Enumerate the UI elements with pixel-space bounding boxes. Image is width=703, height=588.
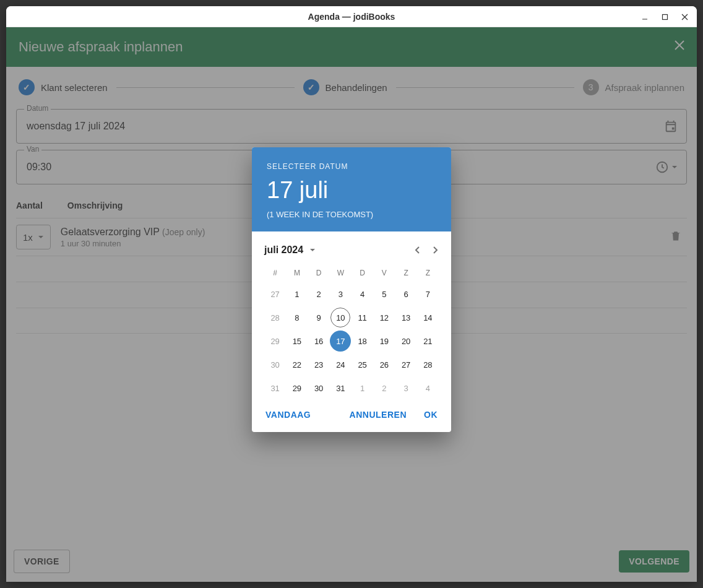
calendar-day[interactable]: 10 <box>330 306 352 329</box>
cancel-button[interactable]: ANNULEREN <box>350 410 407 420</box>
calendar-day[interactable]: 28 <box>417 353 439 376</box>
calendar-day[interactable]: 17 <box>330 329 352 353</box>
calendar-day[interactable]: 27 <box>395 353 417 376</box>
calendar-day[interactable]: 14 <box>417 306 439 329</box>
calendar-day[interactable]: 16 <box>308 329 330 353</box>
month-select[interactable]: juli 2024 <box>264 244 316 256</box>
day-of-week: # <box>264 264 286 282</box>
day-of-week: D <box>352 264 373 282</box>
maximize-button[interactable] <box>656 9 673 24</box>
prev-month-button[interactable] <box>414 244 421 257</box>
chevron-down-icon <box>309 247 316 253</box>
calendar-day[interactable]: 19 <box>373 329 395 353</box>
calendar-day[interactable]: 21 <box>417 329 439 353</box>
calendar-day[interactable]: 23 <box>308 353 330 376</box>
dp-selected-date: 17 juli <box>267 177 436 204</box>
date-picker-actions: VANDAAG ANNULEREN OK <box>252 402 451 432</box>
window-controls <box>636 6 693 27</box>
svg-rect-1 <box>662 14 667 19</box>
calendar-day[interactable]: 12 <box>373 306 395 329</box>
maximize-icon <box>662 14 668 20</box>
day-of-week: Z <box>395 264 417 282</box>
calendar-day[interactable]: 15 <box>286 329 308 353</box>
calendar-day[interactable]: 26 <box>373 353 395 376</box>
calendar-day[interactable]: 7 <box>417 282 439 306</box>
dp-label: SELECTEER DATUM <box>267 162 436 171</box>
week-number: 30 <box>264 353 286 376</box>
calendar-day[interactable]: 24 <box>330 353 352 376</box>
app-window: Agenda — jodiBooks Nieuwe afspraak inpla… <box>6 6 697 582</box>
date-picker-header: SELECTEER DATUM 17 juli (1 WEEK IN DE TO… <box>252 147 451 231</box>
minimize-icon <box>641 13 649 20</box>
calendar-day[interactable]: 8 <box>286 306 308 329</box>
month-label: juli 2024 <box>264 244 303 256</box>
titlebar: Agenda — jodiBooks <box>6 6 697 27</box>
calendar-day[interactable]: 3 <box>330 282 352 306</box>
window-title: Agenda — jodiBooks <box>308 12 395 22</box>
close-icon <box>681 14 688 20</box>
calendar-day[interactable]: 18 <box>352 329 373 353</box>
next-month-button[interactable] <box>431 244 439 257</box>
calendar-day[interactable]: 1 <box>286 282 308 306</box>
calendar-day[interactable]: 2 <box>373 376 395 400</box>
calendar-day[interactable]: 22 <box>286 353 308 376</box>
date-picker-body: juli 2024 #MDWDVZZ2712345672889101112131… <box>252 231 451 402</box>
calendar-day[interactable]: 25 <box>352 353 373 376</box>
calendar-day[interactable]: 6 <box>395 282 417 306</box>
calendar-day[interactable]: 11 <box>352 306 373 329</box>
calendar-day[interactable]: 5 <box>373 282 395 306</box>
chevron-right-icon <box>431 246 439 254</box>
calendar-day[interactable]: 9 <box>308 306 330 329</box>
calendar-day[interactable]: 13 <box>395 306 417 329</box>
close-window-button[interactable] <box>676 9 693 24</box>
week-number: 28 <box>264 306 286 329</box>
calendar-day[interactable]: 2 <box>308 282 330 306</box>
chevron-left-icon <box>414 246 421 254</box>
week-number: 31 <box>264 376 286 400</box>
minimize-button[interactable] <box>636 9 653 24</box>
dp-relative: (1 WEEK IN DE TOEKOMST) <box>267 210 436 219</box>
ok-button[interactable]: OK <box>424 410 438 420</box>
calendar-day[interactable]: 1 <box>352 376 373 400</box>
day-of-week: D <box>308 264 330 282</box>
calendar-grid: #MDWDVZZ27123456728891011121314291516171… <box>264 264 439 400</box>
today-button[interactable]: VANDAAG <box>265 410 311 420</box>
week-number: 29 <box>264 329 286 353</box>
day-of-week: Z <box>417 264 439 282</box>
calendar-day[interactable]: 31 <box>330 376 352 400</box>
calendar-day[interactable]: 4 <box>417 376 439 400</box>
date-picker-dialog: SELECTEER DATUM 17 juli (1 WEEK IN DE TO… <box>252 147 451 432</box>
calendar-day[interactable]: 29 <box>286 376 308 400</box>
calendar-day[interactable]: 20 <box>395 329 417 353</box>
calendar-day[interactable]: 4 <box>352 282 373 306</box>
month-row: juli 2024 <box>264 236 439 264</box>
week-number: 27 <box>264 282 286 306</box>
day-of-week: W <box>330 264 352 282</box>
day-of-week: V <box>373 264 395 282</box>
calendar-day[interactable]: 30 <box>308 376 330 400</box>
day-of-week: M <box>286 264 308 282</box>
calendar-day[interactable]: 3 <box>395 376 417 400</box>
